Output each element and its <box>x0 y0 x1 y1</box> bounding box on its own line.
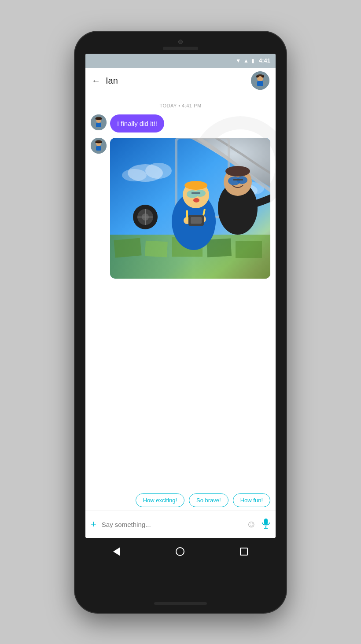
nav-back-button[interactable] <box>113 547 120 556</box>
phone-top-bar <box>75 32 286 50</box>
svg-point-18 <box>145 163 172 179</box>
message-bubble-1: I finally did it!! <box>110 114 164 132</box>
svg-rect-23 <box>114 238 141 258</box>
svg-point-41 <box>184 181 207 190</box>
svg-rect-27 <box>236 241 262 258</box>
status-time: 4:41 <box>259 57 270 64</box>
phone-bottom-bar <box>154 602 207 613</box>
phone-screen: ▼ ▲ ▮ 4:41 ← Ian <box>85 54 276 538</box>
phone-shell: ▼ ▲ ▮ 4:41 ← Ian <box>75 32 286 613</box>
signal-icon: ▲ <box>243 58 249 64</box>
front-camera <box>178 40 183 44</box>
messages-list: I finally did it!! <box>85 114 276 488</box>
svg-point-34 <box>225 166 250 177</box>
svg-rect-26 <box>206 238 232 257</box>
message-image-row <box>91 138 270 279</box>
svg-rect-51 <box>264 519 268 525</box>
home-circle-icon <box>176 547 184 556</box>
recent-square-icon <box>240 548 248 556</box>
bottom-pill <box>154 602 207 605</box>
message-input[interactable] <box>102 521 241 528</box>
contact-avatar[interactable] <box>251 71 269 90</box>
app-bar: ← Ian <box>85 68 276 94</box>
svg-rect-24 <box>145 240 168 257</box>
battery-icon: ▮ <box>251 58 254 64</box>
sender-avatar-1 <box>91 114 107 130</box>
input-bar: + ☺ <box>85 511 276 538</box>
smart-reply-3[interactable]: How fun! <box>233 493 270 507</box>
svg-point-40 <box>193 198 199 202</box>
message-row: I finally did it!! <box>91 114 270 132</box>
smart-replies: How exciting! So brave! How fun! <box>85 488 276 511</box>
nav-bar <box>85 538 276 565</box>
svg-rect-33 <box>233 179 243 180</box>
message-image[interactable] <box>110 138 270 279</box>
nav-recent-button[interactable] <box>240 548 248 556</box>
smart-reply-1[interactable]: How exciting! <box>136 493 184 507</box>
sender-avatar-2 <box>91 138 107 154</box>
earpiece-speaker <box>163 47 198 50</box>
svg-point-19 <box>122 169 147 181</box>
back-triangle-icon <box>113 547 120 556</box>
svg-rect-10 <box>96 123 101 127</box>
svg-rect-5 <box>257 81 263 86</box>
mic-button[interactable] <box>262 518 270 531</box>
nav-home-button[interactable] <box>176 547 184 556</box>
chat-area: TODAY • 4:41 PM I finally did it! <box>85 94 276 538</box>
svg-rect-9 <box>96 118 102 120</box>
smart-reply-2[interactable]: So brave! <box>189 493 228 507</box>
svg-rect-39 <box>192 192 200 194</box>
status-bar: ▼ ▲ ▮ 4:41 <box>85 54 276 68</box>
emoji-button[interactable]: ☺ <box>247 519 256 530</box>
svg-rect-45 <box>191 217 202 224</box>
chat-timestamp: TODAY • 4:41 PM <box>85 94 276 114</box>
svg-rect-14 <box>96 142 102 143</box>
attach-button[interactable]: + <box>91 519 96 530</box>
svg-rect-15 <box>96 146 101 151</box>
wifi-icon: ▼ <box>236 58 241 64</box>
contact-name: Ian <box>106 76 246 86</box>
svg-point-4 <box>258 76 262 81</box>
back-button[interactable]: ← <box>92 76 100 86</box>
